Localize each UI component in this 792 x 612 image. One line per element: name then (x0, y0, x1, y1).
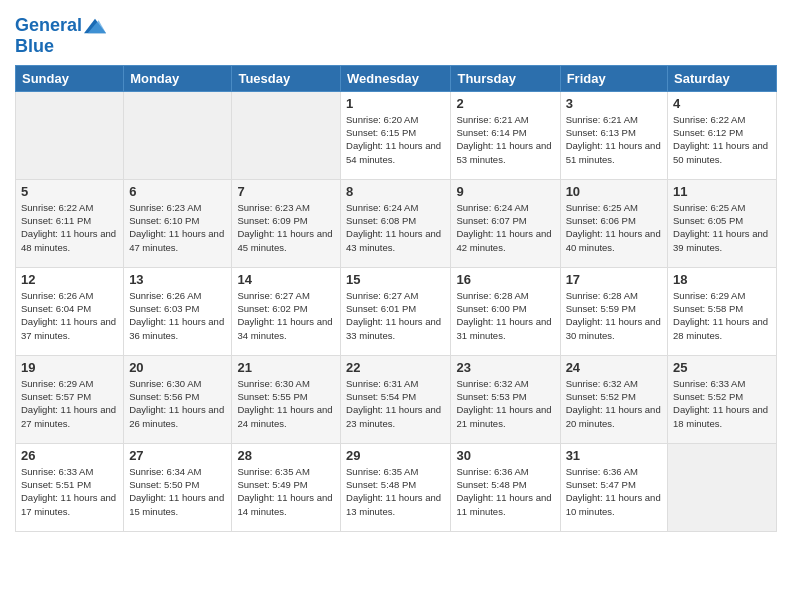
calendar-cell: 26Sunrise: 6:33 AM Sunset: 5:51 PM Dayli… (16, 443, 124, 531)
page: General Blue SundayMondayTuesdayWednesda… (0, 0, 792, 612)
calendar-cell: 28Sunrise: 6:35 AM Sunset: 5:49 PM Dayli… (232, 443, 341, 531)
day-number: 24 (566, 360, 662, 375)
col-header-saturday: Saturday (668, 65, 777, 91)
day-info: Sunrise: 6:35 AM Sunset: 5:48 PM Dayligh… (346, 465, 445, 518)
calendar-cell: 18Sunrise: 6:29 AM Sunset: 5:58 PM Dayli… (668, 267, 777, 355)
calendar-cell: 31Sunrise: 6:36 AM Sunset: 5:47 PM Dayli… (560, 443, 667, 531)
day-info: Sunrise: 6:26 AM Sunset: 6:03 PM Dayligh… (129, 289, 226, 342)
day-info: Sunrise: 6:21 AM Sunset: 6:13 PM Dayligh… (566, 113, 662, 166)
day-info: Sunrise: 6:22 AM Sunset: 6:11 PM Dayligh… (21, 201, 118, 254)
day-info: Sunrise: 6:21 AM Sunset: 6:14 PM Dayligh… (456, 113, 554, 166)
calendar-cell: 14Sunrise: 6:27 AM Sunset: 6:02 PM Dayli… (232, 267, 341, 355)
calendar-cell: 12Sunrise: 6:26 AM Sunset: 6:04 PM Dayli… (16, 267, 124, 355)
day-info: Sunrise: 6:36 AM Sunset: 5:48 PM Dayligh… (456, 465, 554, 518)
day-number: 23 (456, 360, 554, 375)
day-number: 8 (346, 184, 445, 199)
calendar-cell (16, 91, 124, 179)
calendar-cell: 17Sunrise: 6:28 AM Sunset: 5:59 PM Dayli… (560, 267, 667, 355)
calendar-cell: 23Sunrise: 6:32 AM Sunset: 5:53 PM Dayli… (451, 355, 560, 443)
day-number: 20 (129, 360, 226, 375)
logo-icon (84, 15, 106, 37)
day-info: Sunrise: 6:29 AM Sunset: 5:58 PM Dayligh… (673, 289, 771, 342)
day-number: 18 (673, 272, 771, 287)
day-number: 28 (237, 448, 335, 463)
calendar-cell: 22Sunrise: 6:31 AM Sunset: 5:54 PM Dayli… (341, 355, 451, 443)
calendar-cell: 16Sunrise: 6:28 AM Sunset: 6:00 PM Dayli… (451, 267, 560, 355)
logo: General Blue (15, 15, 106, 57)
day-number: 3 (566, 96, 662, 111)
day-number: 14 (237, 272, 335, 287)
week-row-4: 26Sunrise: 6:33 AM Sunset: 5:51 PM Dayli… (16, 443, 777, 531)
day-info: Sunrise: 6:25 AM Sunset: 6:06 PM Dayligh… (566, 201, 662, 254)
day-number: 17 (566, 272, 662, 287)
header: General Blue (15, 10, 777, 57)
day-info: Sunrise: 6:26 AM Sunset: 6:04 PM Dayligh… (21, 289, 118, 342)
day-number: 11 (673, 184, 771, 199)
calendar-cell (668, 443, 777, 531)
day-number: 30 (456, 448, 554, 463)
day-number: 9 (456, 184, 554, 199)
calendar-cell: 30Sunrise: 6:36 AM Sunset: 5:48 PM Dayli… (451, 443, 560, 531)
calendar-cell: 4Sunrise: 6:22 AM Sunset: 6:12 PM Daylig… (668, 91, 777, 179)
calendar-cell: 25Sunrise: 6:33 AM Sunset: 5:52 PM Dayli… (668, 355, 777, 443)
week-row-2: 12Sunrise: 6:26 AM Sunset: 6:04 PM Dayli… (16, 267, 777, 355)
week-row-3: 19Sunrise: 6:29 AM Sunset: 5:57 PM Dayli… (16, 355, 777, 443)
col-header-thursday: Thursday (451, 65, 560, 91)
col-header-sunday: Sunday (16, 65, 124, 91)
logo-text-line2: Blue (15, 37, 106, 57)
day-number: 15 (346, 272, 445, 287)
day-number: 25 (673, 360, 771, 375)
calendar-cell: 20Sunrise: 6:30 AM Sunset: 5:56 PM Dayli… (124, 355, 232, 443)
day-info: Sunrise: 6:36 AM Sunset: 5:47 PM Dayligh… (566, 465, 662, 518)
day-info: Sunrise: 6:32 AM Sunset: 5:53 PM Dayligh… (456, 377, 554, 430)
calendar-cell: 9Sunrise: 6:24 AM Sunset: 6:07 PM Daylig… (451, 179, 560, 267)
calendar-cell: 27Sunrise: 6:34 AM Sunset: 5:50 PM Dayli… (124, 443, 232, 531)
day-info: Sunrise: 6:30 AM Sunset: 5:55 PM Dayligh… (237, 377, 335, 430)
calendar-cell: 8Sunrise: 6:24 AM Sunset: 6:08 PM Daylig… (341, 179, 451, 267)
day-number: 4 (673, 96, 771, 111)
calendar-cell: 21Sunrise: 6:30 AM Sunset: 5:55 PM Dayli… (232, 355, 341, 443)
day-info: Sunrise: 6:28 AM Sunset: 5:59 PM Dayligh… (566, 289, 662, 342)
day-info: Sunrise: 6:30 AM Sunset: 5:56 PM Dayligh… (129, 377, 226, 430)
calendar-cell: 11Sunrise: 6:25 AM Sunset: 6:05 PM Dayli… (668, 179, 777, 267)
week-row-1: 5Sunrise: 6:22 AM Sunset: 6:11 PM Daylig… (16, 179, 777, 267)
calendar-cell: 5Sunrise: 6:22 AM Sunset: 6:11 PM Daylig… (16, 179, 124, 267)
day-number: 2 (456, 96, 554, 111)
calendar-cell: 6Sunrise: 6:23 AM Sunset: 6:10 PM Daylig… (124, 179, 232, 267)
day-number: 13 (129, 272, 226, 287)
day-info: Sunrise: 6:23 AM Sunset: 6:09 PM Dayligh… (237, 201, 335, 254)
day-number: 16 (456, 272, 554, 287)
day-info: Sunrise: 6:33 AM Sunset: 5:52 PM Dayligh… (673, 377, 771, 430)
calendar: SundayMondayTuesdayWednesdayThursdayFrid… (15, 65, 777, 532)
logo-text-line1: General (15, 16, 82, 36)
calendar-cell: 24Sunrise: 6:32 AM Sunset: 5:52 PM Dayli… (560, 355, 667, 443)
day-number: 27 (129, 448, 226, 463)
header-row: SundayMondayTuesdayWednesdayThursdayFrid… (16, 65, 777, 91)
day-info: Sunrise: 6:28 AM Sunset: 6:00 PM Dayligh… (456, 289, 554, 342)
day-number: 12 (21, 272, 118, 287)
day-info: Sunrise: 6:29 AM Sunset: 5:57 PM Dayligh… (21, 377, 118, 430)
col-header-wednesday: Wednesday (341, 65, 451, 91)
calendar-cell (232, 91, 341, 179)
calendar-cell: 29Sunrise: 6:35 AM Sunset: 5:48 PM Dayli… (341, 443, 451, 531)
day-info: Sunrise: 6:23 AM Sunset: 6:10 PM Dayligh… (129, 201, 226, 254)
day-number: 31 (566, 448, 662, 463)
day-info: Sunrise: 6:25 AM Sunset: 6:05 PM Dayligh… (673, 201, 771, 254)
calendar-cell (124, 91, 232, 179)
day-number: 19 (21, 360, 118, 375)
day-info: Sunrise: 6:31 AM Sunset: 5:54 PM Dayligh… (346, 377, 445, 430)
day-number: 5 (21, 184, 118, 199)
day-number: 6 (129, 184, 226, 199)
col-header-monday: Monday (124, 65, 232, 91)
day-number: 7 (237, 184, 335, 199)
day-number: 26 (21, 448, 118, 463)
day-number: 22 (346, 360, 445, 375)
day-number: 21 (237, 360, 335, 375)
day-info: Sunrise: 6:24 AM Sunset: 6:08 PM Dayligh… (346, 201, 445, 254)
day-info: Sunrise: 6:24 AM Sunset: 6:07 PM Dayligh… (456, 201, 554, 254)
col-header-friday: Friday (560, 65, 667, 91)
day-info: Sunrise: 6:20 AM Sunset: 6:15 PM Dayligh… (346, 113, 445, 166)
day-number: 10 (566, 184, 662, 199)
day-info: Sunrise: 6:27 AM Sunset: 6:02 PM Dayligh… (237, 289, 335, 342)
calendar-cell: 1Sunrise: 6:20 AM Sunset: 6:15 PM Daylig… (341, 91, 451, 179)
